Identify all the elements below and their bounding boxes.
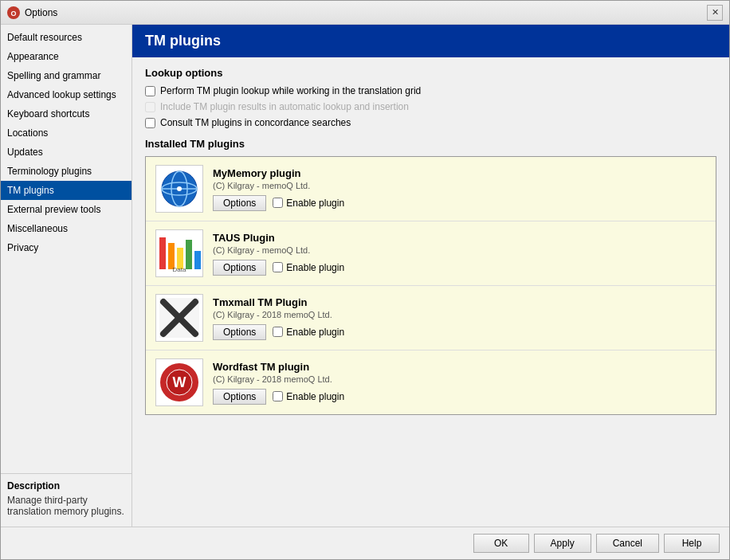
include-results-label: Include TM plugin results in automatic l…	[160, 101, 409, 112]
content-area: TM plugins Lookup options Perform TM plu…	[132, 25, 729, 527]
taus-controls: Options Enable plugin	[213, 260, 706, 276]
plugin-tmxmall: Tmxmall TM Plugin (C) Kilgray - 2018 mem…	[146, 286, 716, 350]
sidebar-item-privacy[interactable]: Privacy	[1, 238, 131, 257]
taus-enable-label[interactable]: Enable plugin	[273, 262, 344, 273]
tmxmall-controls: Options Enable plugin	[213, 324, 706, 340]
sidebar-item-spelling-grammar[interactable]: Spelling and grammar	[1, 66, 131, 85]
sidebar-item-advanced-lookup[interactable]: Advanced lookup settings	[1, 85, 131, 104]
taus-info: TAUS Plugin (C) Kilgray - memoQ Ltd. Opt…	[213, 232, 706, 276]
title-bar: O Options ✕	[1, 1, 729, 25]
consult-concordance-row: Consult TM plugins in concordance search…	[145, 117, 716, 128]
plugin-wordfast: W Wordfast TM plugin (C) Kilgray - 2018 …	[146, 350, 716, 414]
content-title: TM plugins	[145, 33, 221, 49]
wordfast-enable-label[interactable]: Enable plugin	[273, 391, 344, 402]
tmxmall-options-btn[interactable]: Options	[213, 324, 266, 340]
mymemory-controls: Options Enable plugin	[213, 195, 706, 211]
tmxmall-enable-checkbox[interactable]	[273, 327, 283, 337]
svg-point-6	[177, 186, 182, 191]
title-bar-left: O Options	[7, 6, 57, 19]
wordfast-options-btn[interactable]: Options	[213, 389, 266, 405]
plugin-mymemory: MyMemory plugin (C) Kilgray - memoQ Ltd.…	[146, 157, 716, 221]
tmxmall-info: Tmxmall TM Plugin (C) Kilgray - 2018 mem…	[213, 296, 706, 340]
svg-rect-10	[186, 240, 192, 269]
taus-author: (C) Kilgray - memoQ Ltd.	[213, 245, 706, 255]
perform-lookup-checkbox[interactable]	[145, 86, 155, 96]
wordfast-controls: Options Enable plugin	[213, 389, 706, 405]
svg-rect-7	[159, 237, 166, 269]
perform-lookup-label[interactable]: Perform TM plugin lookup while working i…	[160, 85, 421, 96]
installed-title: Installed TM plugins	[145, 138, 716, 150]
description-text: Manage third-party translation memory pl…	[7, 495, 125, 517]
sidebar-item-appearance[interactable]: Appearance	[1, 47, 131, 66]
apply-button[interactable]: Apply	[534, 534, 591, 553]
sidebar-items: Default resources Appearance Spelling an…	[1, 28, 131, 473]
include-results-row: Include TM plugin results in automatic l…	[145, 101, 716, 112]
include-results-checkbox[interactable]	[145, 102, 155, 112]
svg-text:Data: Data	[173, 266, 186, 273]
sidebar-item-locations[interactable]: Locations	[1, 123, 131, 143]
plugins-container: MyMemory plugin (C) Kilgray - memoQ Ltd.…	[145, 156, 716, 415]
content-body: Lookup options Perform TM plugin lookup …	[132, 57, 729, 527]
perform-lookup-row: Perform TM plugin lookup while working i…	[145, 85, 716, 96]
sidebar: Default resources Appearance Spelling an…	[1, 25, 132, 527]
main-content: Default resources Appearance Spelling an…	[1, 25, 729, 527]
tmxmall-name: Tmxmall TM Plugin	[213, 296, 706, 308]
sidebar-item-terminology-plugins[interactable]: Terminology plugins	[1, 162, 131, 181]
tmxmall-logo	[155, 294, 203, 342]
mymemory-enable-checkbox[interactable]	[273, 198, 283, 208]
svg-text:W: W	[173, 374, 186, 390]
sidebar-item-tm-plugins[interactable]: TM plugins	[1, 181, 131, 200]
description-title: Description	[7, 480, 125, 491]
close-button[interactable]: ✕	[707, 5, 723, 21]
mymemory-options-btn[interactable]: Options	[213, 195, 266, 211]
mymemory-author: (C) Kilgray - memoQ Ltd.	[213, 181, 706, 190]
mymemory-logo	[155, 165, 203, 213]
tmxmall-enable-label[interactable]: Enable plugin	[273, 327, 344, 338]
tmxmall-author: (C) Kilgray - 2018 memoQ Ltd.	[213, 310, 706, 319]
help-button[interactable]: Help	[664, 534, 720, 553]
taus-options-btn[interactable]: Options	[213, 260, 266, 276]
sidebar-item-external-preview[interactable]: External preview tools	[1, 200, 131, 219]
sidebar-item-miscellaneous[interactable]: Miscellaneous	[1, 219, 131, 238]
wordfast-author: (C) Kilgray - 2018 memoQ Ltd.	[213, 374, 706, 384]
sidebar-wrapper: Default resources Appearance Spelling an…	[1, 28, 131, 523]
sidebar-item-keyboard-shortcuts[interactable]: Keyboard shortcuts	[1, 104, 131, 123]
mymemory-info: MyMemory plugin (C) Kilgray - memoQ Ltd.…	[213, 167, 706, 211]
consult-concordance-label[interactable]: Consult TM plugins in concordance search…	[160, 117, 351, 128]
wordfast-enable-checkbox[interactable]	[273, 391, 283, 401]
sidebar-item-updates[interactable]: Updates	[1, 143, 131, 162]
sidebar-item-default-resources[interactable]: Default resources	[1, 28, 131, 47]
content-header: TM plugins	[132, 25, 729, 57]
app-icon: O	[7, 6, 20, 19]
lookup-options-title: Lookup options	[145, 67, 716, 79]
taus-name: TAUS Plugin	[213, 232, 706, 244]
svg-rect-11	[194, 251, 201, 269]
mymemory-name: MyMemory plugin	[213, 167, 706, 179]
wordfast-name: Wordfast TM plugin	[213, 361, 706, 373]
mymemory-enable-label[interactable]: Enable plugin	[273, 198, 344, 209]
description-box: Description Manage third-party translati…	[1, 473, 131, 523]
wordfast-info: Wordfast TM plugin (C) Kilgray - 2018 me…	[213, 361, 706, 405]
taus-enable-checkbox[interactable]	[273, 262, 283, 272]
plugin-taus: Data TAUS Plugin (C) Kilgray - memoQ Ltd…	[146, 221, 716, 286]
options-window: O Options ✕ Default resources Appearance…	[0, 0, 730, 560]
ok-button[interactable]: OK	[473, 534, 529, 553]
window-title: Options	[25, 7, 57, 18]
wordfast-logo: W	[155, 358, 203, 406]
svg-text:O: O	[10, 10, 16, 18]
taus-logo: Data	[155, 229, 203, 277]
cancel-button[interactable]: Cancel	[596, 534, 659, 553]
footer: OK Apply Cancel Help	[1, 527, 729, 559]
consult-concordance-checkbox[interactable]	[145, 118, 155, 128]
